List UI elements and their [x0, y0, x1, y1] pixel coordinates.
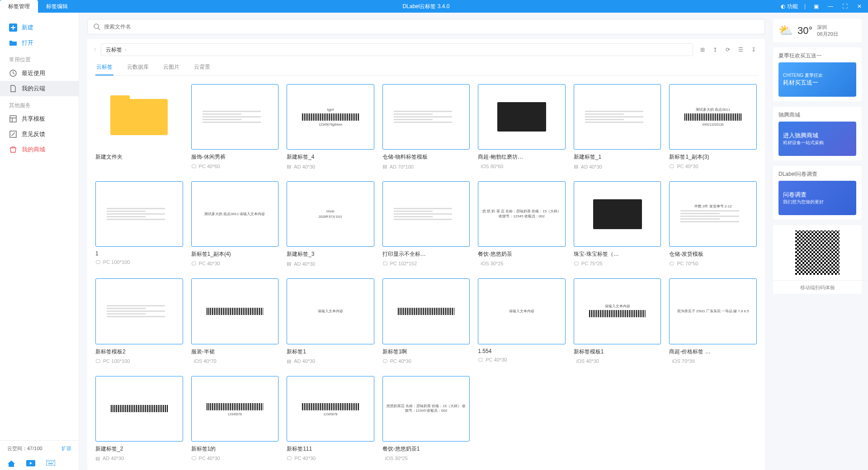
expand-space-link[interactable]: 扩容	[61, 445, 71, 452]
home-icon[interactable]	[7, 460, 15, 467]
grid-item[interactable]: 12345678新标签111🖵PC 40*30	[287, 376, 374, 461]
plus-icon	[9, 24, 17, 32]
grid-item[interactable]: 新建标签_2▤AD 40*30	[95, 376, 183, 461]
refresh-icon[interactable]: ⟳	[726, 47, 730, 53]
item-name: 服装-半裙	[191, 348, 279, 356]
grid-item[interactable]: 请输入文本内容1.554🖵PC 40*30	[478, 278, 566, 364]
tab-label-edit[interactable]: 标签编辑	[38, 0, 76, 13]
grid-item[interactable]: 新建文件夹	[95, 84, 183, 169]
item-meta: iOS 40*30	[574, 358, 661, 364]
maximize-button[interactable]: ⛶	[841, 3, 849, 9]
promo-banner-2[interactable]: 进入驰腾商城 耗材设备一站式采购	[778, 122, 856, 156]
promo3-line1: 问卷调查	[783, 191, 852, 199]
app-title: DLabel云标签 3.4.0	[76, 0, 776, 13]
item-name: 新建标签_2	[95, 445, 183, 453]
view-toggle-icon[interactable]: ☰	[738, 47, 743, 53]
item-meta: 🖵PC 40*60	[191, 164, 279, 169]
grid-item[interactable]: 1🖵PC 100*100	[95, 181, 183, 267]
label-thumb: 悠 悠 奶 茶 店 名称：原味奶茶 价格：15（大杯） 收据号：12345 收银…	[478, 181, 566, 247]
label-thumb	[574, 181, 661, 247]
grid-item[interactable]: 悠悠奶茶店 名称：原味奶茶 价格：15（大杯） 收据号：12345 收银员：00…	[382, 376, 470, 461]
item-name: 服饰-休闲男裤	[191, 153, 279, 161]
close-button[interactable]: ✕	[855, 3, 863, 9]
grid-item[interactable]: hhnb2020年07月15日新建标签_3▤AD 40*30	[287, 181, 374, 267]
item-name: 1.554	[478, 348, 566, 354]
sidebar-feedback[interactable]: 意见反馈	[0, 127, 79, 142]
grid-item[interactable]: 新标签模板2🖵PC 100*100	[95, 278, 183, 364]
grid-item[interactable]: 商超-鲍勃红磨坊…iOS 80*60	[478, 84, 566, 169]
item-name: 仓储-发货模板	[669, 250, 757, 258]
folder-open-icon	[9, 39, 17, 47]
grid-item[interactable]: 服饰-休闲男裤🖵PC 40*60	[191, 84, 279, 169]
breadcrumb-back[interactable]: ↑	[94, 47, 96, 53]
grid-item[interactable]: 12345678新标签1的🖵PC 40*30	[191, 376, 279, 461]
sidebar-shop-label: 我的商城	[22, 146, 45, 154]
grid-item[interactable]: 仓储-物料标签模板▤AD 70*100	[382, 84, 470, 169]
breadcrumb[interactable]: 云标签 ›	[101, 43, 693, 56]
label-thumb: 测试多大的 底点0011 请输入文本内容	[191, 181, 279, 247]
grid-item[interactable]: 新标签1啊🖵PC 40*30	[382, 278, 470, 364]
sidebar-shop[interactable]: 我的商城	[0, 142, 79, 157]
label-thumb: 双沟香瓜子 250G 广东东莞 一等品 罐 7.8 6.5	[669, 278, 757, 344]
sidebar-open-label: 打开	[22, 39, 33, 47]
grid-item[interactable]: 请输入文本内容新标签1▤AD 40*30	[287, 278, 374, 364]
promo-banner-3[interactable]: 问卷调查 我们想为您做的更好	[778, 181, 856, 215]
search-box[interactable]	[87, 19, 765, 34]
item-meta: ▤AD 40*30	[95, 456, 183, 461]
label-thumb	[95, 278, 183, 344]
function-label: 功能	[787, 3, 798, 10]
grid-item[interactable]: tgjvf12345678gthtnm新建标签_4▤AD 40*30	[287, 84, 374, 169]
download-icon[interactable]: ↧	[751, 47, 756, 53]
sidebar-recent[interactable]: 最近使用	[0, 66, 79, 81]
label-thumb: hhnb2020年07月15日	[287, 181, 374, 247]
keyboard-icon[interactable]	[46, 460, 55, 467]
notification-icon[interactable]: ▣	[812, 3, 820, 9]
grid-item[interactable]: 服装-半裙iOS 40*70	[191, 278, 279, 364]
grid-item[interactable]: 测试多大的 底点0011695213220136新标签1_副本(3)🖵PC 40…	[669, 84, 757, 169]
function-menu[interactable]: ◐ 功能	[781, 3, 798, 10]
tab-label-manage[interactable]: 标签管理	[0, 0, 38, 13]
qr-code	[793, 228, 842, 277]
promo-section-2: 驰腾商城 进入驰腾商城 耗材设备一站式采购	[773, 107, 862, 160]
new-folder-icon[interactable]: ⊞	[700, 47, 705, 53]
label-thumb	[191, 84, 279, 150]
item-name: 新建标签_3	[287, 250, 374, 258]
sidebar-new[interactable]: 新建	[0, 20, 79, 35]
item-meta: 🖵PC 40*30	[669, 164, 757, 169]
subtab-cloud-db[interactable]: 云数据库	[126, 61, 150, 75]
search-input[interactable]	[104, 24, 759, 30]
grid-item[interactable]: 珠宝-珠宝标签（…🖵PC 75*25	[574, 181, 661, 267]
grid-item[interactable]: 测试多大的 底点0011 请输入文本内容新标签1_副本(4)🖵PC 40*30	[191, 181, 279, 267]
grid-item[interactable]: 件数 2件 发货单号 2-12仓储-发货模板🖵PC 70*50	[669, 181, 757, 267]
label-thumb	[478, 84, 566, 150]
sidebar-new-label: 新建	[22, 24, 33, 32]
cloud-space-label: 云空间：	[7, 446, 27, 451]
subtab-cloud-label[interactable]: 云标签	[95, 61, 113, 75]
promo-title-1: 夏季狂欢买五送一	[778, 52, 856, 60]
item-meta: 🖵PC 40*30	[191, 456, 279, 461]
subtab-cloud-image[interactable]: 云图片	[162, 61, 180, 75]
subtab-cloud-bg[interactable]: 云背景	[193, 61, 211, 75]
item-meta: 🖵PC 40*30	[478, 357, 566, 362]
cloud-space-value: 47/100	[27, 446, 42, 451]
promo-banner-1[interactable]: CHITENG 夏季狂欢 耗材买五送一	[778, 62, 856, 97]
sidebar-mycloud[interactable]: 我的云端	[0, 81, 79, 96]
item-meta: 🖵PC 75*25	[574, 261, 661, 266]
qr-label: 移动端扫码体验	[773, 284, 862, 291]
grid-item[interactable]: 新建标签_1▤AD 40*30	[574, 84, 661, 169]
item-meta: ▤AD 40*30	[287, 261, 374, 267]
item-meta: ▤AD 40*30	[574, 164, 661, 169]
grid-item[interactable]: 悠 悠 奶 茶 店 名称：原味奶茶 价格：15（大杯） 收据号：12345 收银…	[478, 181, 566, 267]
promo2-line2: 耗材设备一站式采购	[783, 140, 852, 146]
grid-item[interactable]: 请输入文本内容新标签模板1iOS 40*30	[574, 278, 661, 364]
video-icon[interactable]	[26, 460, 35, 467]
sidebar-open[interactable]: 打开	[0, 35, 79, 51]
sidebar-share-template[interactable]: 共享模板	[0, 111, 79, 127]
upload-icon[interactable]: ↥	[713, 47, 717, 53]
grid-item[interactable]: 双沟香瓜子 250G 广东东莞 一等品 罐 7.8 6.5商超-价格标签 …iO…	[669, 278, 757, 364]
minimize-button[interactable]: —	[826, 3, 835, 9]
weather-temp: 30°	[797, 25, 812, 36]
promo-section-3: DLabel问卷调查 问卷调查 我们想为您做的更好	[773, 166, 862, 220]
grid-item[interactable]: 打印显示不全标…🖵PC 102*152	[382, 181, 470, 267]
promo1-line1: CHITENG 夏季狂欢	[783, 72, 852, 79]
